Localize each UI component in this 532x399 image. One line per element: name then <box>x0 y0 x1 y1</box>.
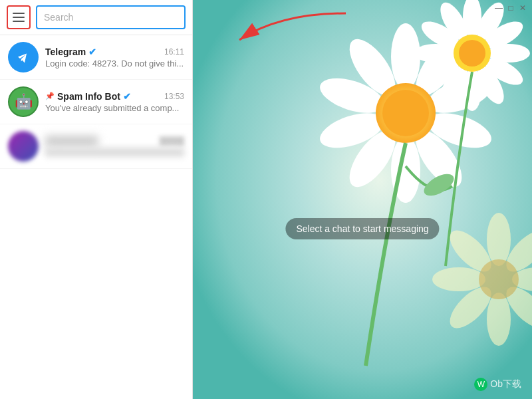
verified-badge-spam: ✔ <box>123 91 131 102</box>
app-container: Telegram ✔ 16:11 Login code: 48273. Do n… <box>0 0 532 399</box>
sidebar: Telegram ✔ 16:11 Login code: 48273. Do n… <box>0 0 193 399</box>
search-input[interactable] <box>36 5 186 29</box>
chat-name-spam-bot: 📌 Spam Info Bot ✔ <box>45 91 131 102</box>
svg-point-27 <box>459 40 485 66</box>
svg-point-13 <box>382 90 429 136</box>
wechat-icon: W <box>474 378 487 391</box>
chat-info-spam-bot: 📌 Spam Info Bot ✔ 13:53 You've already s… <box>45 91 184 113</box>
hamburger-icon <box>13 13 25 22</box>
select-chat-message: Select a chat to start messaging <box>285 218 439 239</box>
minimize-button[interactable]: — <box>493 3 504 13</box>
chat-time-spam-bot: 13:53 <box>164 92 184 101</box>
pin-icon: 📌 <box>45 92 55 100</box>
titlebar: — □ ✕ <box>489 0 532 16</box>
chat-preview-spam-bot: You've already submitted a comp... <box>45 103 184 113</box>
avatar-spam-bot: 🤖 <box>8 86 39 117</box>
chat-item-spam-bot[interactable]: 🤖 📌 Spam Info Bot ✔ 13:53 You've already… <box>0 80 192 124</box>
verified-badge-telegram: ✔ <box>88 47 96 57</box>
chat-preview-telegram: Login code: 48273. Do not give thi... <box>45 59 184 68</box>
chat-info-telegram: Telegram ✔ 16:11 Login code: 48273. Do n… <box>45 47 184 68</box>
watermark: W Ob下载 <box>474 378 521 391</box>
close-button[interactable]: ✕ <box>517 3 528 13</box>
chat-name-telegram: Telegram ✔ <box>45 47 96 57</box>
flowers-decoration <box>193 0 532 399</box>
svg-point-29 <box>487 213 511 266</box>
chat-item-blurred[interactable]: ████████ ██:██ <box>0 124 192 169</box>
chat-time-telegram: 16:11 <box>164 47 184 57</box>
menu-button[interactable] <box>7 5 31 29</box>
chat-time-blurred: ██:██ <box>160 136 184 146</box>
chat-top-blurred: ████████ ██:██ <box>45 136 184 146</box>
avatar-blurred <box>8 131 39 162</box>
flower-background: Select a chat to start messaging W Ob下载 <box>193 0 532 399</box>
chat-preview-blurred <box>45 148 184 157</box>
chat-list: Telegram ✔ 16:11 Login code: 48273. Do n… <box>0 35 192 399</box>
maximize-button[interactable]: □ <box>505 3 516 13</box>
avatar-telegram <box>8 42 39 72</box>
svg-point-35 <box>432 267 485 291</box>
svg-point-37 <box>479 259 519 299</box>
chat-top-telegram: Telegram ✔ 16:11 <box>45 47 184 57</box>
chat-name-blurred: ████████ <box>45 136 98 146</box>
chat-info-blurred: ████████ ██:██ <box>45 136 184 157</box>
svg-point-33 <box>487 293 511 346</box>
main-area: Select a chat to start messaging W Ob下载 <box>193 0 532 399</box>
robot-icon: 🤖 <box>15 93 33 110</box>
search-bar <box>0 0 192 35</box>
chat-top-spam-bot: 📌 Spam Info Bot ✔ 13:53 <box>45 91 184 102</box>
chat-item-telegram[interactable]: Telegram ✔ 16:11 Login code: 48273. Do n… <box>0 35 192 80</box>
